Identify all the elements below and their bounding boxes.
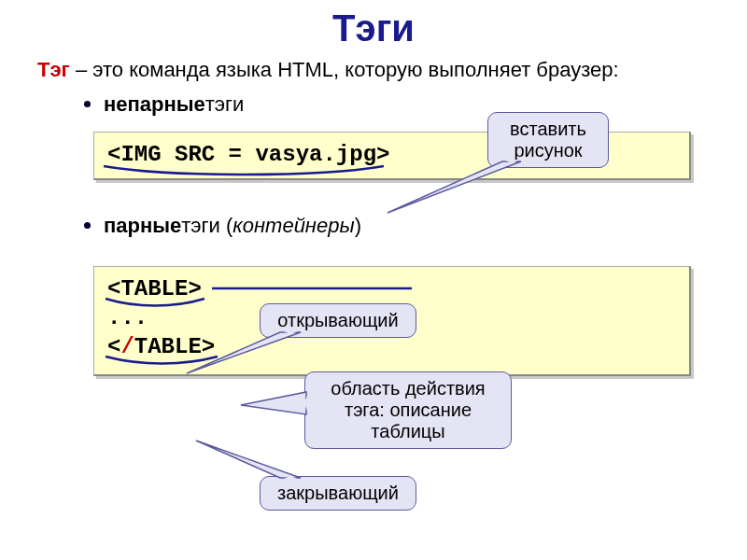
callout-line: открывающий — [277, 310, 398, 330]
definition-rest: – это команда языка HTML, которую выполн… — [70, 58, 619, 81]
bullet-list-2: парные тэги (контейнеры) — [0, 214, 747, 238]
bullet-unpaired: непарные тэги — [84, 92, 747, 117]
bullet-dot-icon — [84, 101, 91, 107]
bullet-paired-ital: контейнеры — [233, 214, 354, 238]
bullet-paired-bold: парные — [104, 214, 181, 238]
svg-marker-7 — [196, 441, 301, 478]
callout-line: вставить — [501, 119, 595, 140]
bullet-unpaired-bold: непарные — [104, 92, 205, 117]
page-title: Тэги — [0, 0, 747, 49]
callout-opening: открывающий — [260, 303, 416, 338]
bullet-paired-close: ) — [355, 214, 361, 238]
bullet-unpaired-rest: тэги — [205, 92, 245, 117]
bullet-list: непарные тэги — [0, 92, 747, 117]
callout-closing: закрывающий — [260, 476, 416, 511]
tag-definition: Тэг – это команда языка HTML, которую вы… — [0, 49, 747, 83]
code-line-open: <TABLE> — [107, 274, 676, 303]
callout-insert-image: вставить рисунок — [487, 112, 609, 168]
bullet-paired-rest: тэги ( — [181, 214, 233, 238]
callout-line: рисунок — [501, 140, 595, 161]
bullet-dot-icon — [84, 222, 91, 229]
bullet-paired: парные тэги (контейнеры) — [84, 214, 747, 238]
callout-scope: область действия тэга: описание таблицы — [304, 371, 512, 449]
callout-line: область действия — [318, 378, 498, 399]
callout-line: тэга: описание — [318, 399, 498, 421]
svg-marker-5 — [241, 392, 306, 414]
callout-line: закрывающий — [277, 483, 399, 503]
definition-term: Тэг — [37, 58, 70, 81]
callout-line: таблицы — [318, 421, 498, 442]
